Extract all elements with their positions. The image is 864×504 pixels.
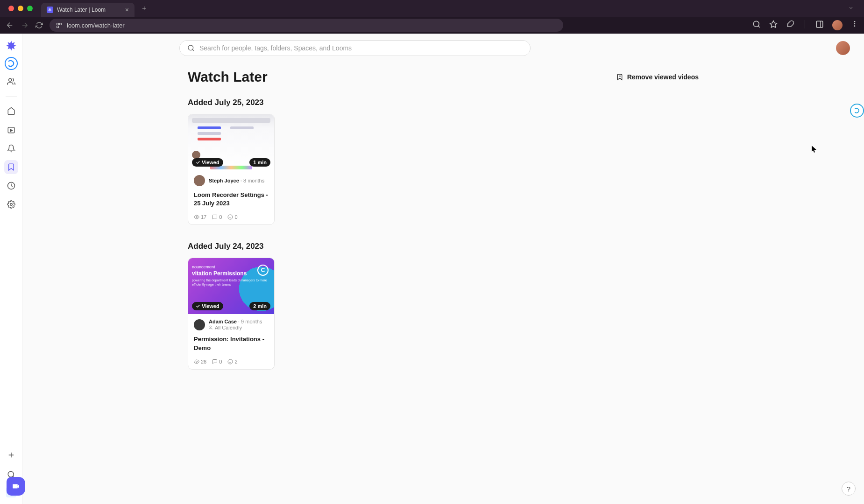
tab-title: Watch Later | Loom (57, 7, 106, 13)
profile-avatar[interactable] (832, 20, 843, 30)
author-avatar[interactable] (194, 175, 205, 186)
comments-stat: 0 (212, 359, 222, 364)
user-avatar[interactable] (836, 41, 850, 55)
library-icon[interactable] (4, 123, 18, 137)
video-title[interactable]: Permission: Invitations - Demo (194, 335, 269, 352)
date-section: Added July 25, 2023 Viewed 1 min (188, 98, 699, 225)
add-icon[interactable] (4, 448, 18, 462)
check-icon (196, 304, 200, 308)
people-icon (209, 325, 213, 330)
loom-logo-icon[interactable] (5, 40, 17, 52)
video-thumbnail[interactable]: nouncement vitation Permissions powering… (188, 258, 274, 314)
views-stat: 26 (194, 359, 206, 364)
video-card[interactable]: Viewed 1 min Steph Joyce · 8 months Loom… (188, 114, 275, 225)
reload-button[interactable] (35, 21, 43, 29)
topbar (22, 34, 864, 63)
minimize-window-icon[interactable] (18, 6, 23, 11)
viewed-badge: Viewed (192, 158, 223, 167)
loom-favicon-icon: ✻ (47, 7, 53, 13)
author-name: Steph Joyce (209, 178, 239, 183)
back-button[interactable] (6, 21, 14, 29)
zoom-icon[interactable] (752, 20, 761, 28)
svg-point-20 (210, 326, 211, 328)
author-name: Adam Case (209, 319, 237, 324)
remove-viewed-button[interactable]: Remove viewed videos (616, 73, 699, 81)
new-tab-button[interactable]: + (138, 4, 150, 13)
views-stat: 17 (194, 214, 206, 220)
sidepanel-icon[interactable] (815, 20, 824, 28)
reactions-stat: 0 (227, 214, 237, 220)
url-bar: loom.com/watch-later (0, 17, 864, 34)
svg-point-3 (753, 21, 759, 27)
video-card[interactable]: nouncement vitation Permissions powering… (188, 258, 275, 369)
svg-point-16 (188, 45, 193, 50)
check-icon (196, 160, 200, 165)
remove-viewed-label: Remove viewed videos (627, 73, 699, 81)
settings-icon[interactable] (4, 197, 18, 211)
svg-rect-0 (57, 23, 59, 25)
address-bar[interactable]: loom.com/watch-later (50, 19, 563, 32)
svg-point-19 (228, 215, 233, 219)
page-title: Watch Later (188, 69, 268, 85)
search-icon (187, 44, 195, 52)
search-input[interactable] (199, 44, 523, 52)
smile-icon (227, 214, 233, 220)
svg-point-6 (854, 21, 856, 22)
duration-badge: 1 min (249, 158, 270, 167)
bookmark-remove-icon (616, 73, 623, 81)
menu-icon[interactable] (851, 20, 858, 28)
window-controls[interactable] (4, 6, 37, 11)
main: Watch Later Remove viewed videos Added J… (22, 34, 864, 504)
history-icon[interactable] (4, 179, 18, 193)
calendly-icon[interactable] (5, 57, 18, 70)
close-window-icon[interactable] (8, 6, 14, 11)
site-settings-icon[interactable] (56, 22, 62, 28)
time-ago: 8 months (243, 178, 264, 183)
browser-chrome: ✻ Watch Later | Loom × + loom.com/watch-… (0, 0, 864, 34)
url-text: loom.com/watch-later (67, 22, 125, 29)
svg-rect-1 (60, 23, 62, 25)
home-icon[interactable] (4, 104, 18, 118)
eye-icon (194, 214, 199, 220)
shared-with: All Calendly (215, 325, 242, 330)
section-header: Added July 24, 2023 (188, 242, 699, 251)
tab-close-icon[interactable]: × (125, 6, 129, 14)
video-camera-icon (12, 482, 20, 490)
date-section: Added July 24, 2023 nouncement vitation … (188, 242, 699, 369)
tabs-dropdown-icon[interactable] (842, 4, 860, 13)
svg-point-21 (196, 361, 198, 362)
svg-point-18 (196, 217, 198, 218)
tab-bar: ✻ Watch Later | Loom × + (0, 0, 864, 17)
comment-icon (212, 214, 218, 220)
svg-point-15 (8, 471, 14, 477)
video-thumbnail[interactable]: Viewed 1 min (188, 114, 274, 170)
viewed-badge: Viewed (192, 302, 223, 310)
comment-icon (212, 359, 218, 364)
svg-point-22 (228, 359, 233, 364)
comments-stat: 0 (212, 214, 222, 220)
svg-point-7 (854, 23, 856, 25)
bookmark-star-icon[interactable] (769, 20, 778, 28)
video-title[interactable]: Loom Recorder Settings - 25 July 2023 (194, 191, 269, 208)
people-icon[interactable] (4, 75, 18, 89)
record-button[interactable] (7, 477, 25, 496)
eye-icon (194, 359, 199, 364)
calendly-side-badge[interactable] (850, 104, 864, 118)
help-button[interactable]: ? (842, 482, 856, 496)
search-box[interactable] (179, 40, 531, 56)
extensions-icon[interactable] (786, 20, 794, 28)
svg-point-8 (854, 25, 856, 27)
time-ago: 9 months (241, 319, 262, 324)
browser-tab[interactable]: ✻ Watch Later | Loom × (41, 3, 135, 17)
sidebar: A (0, 34, 22, 504)
section-header: Added July 25, 2023 (188, 98, 699, 107)
duration-badge: 2 min (249, 302, 270, 310)
maximize-window-icon[interactable] (27, 6, 33, 11)
svg-rect-4 (816, 21, 823, 28)
svg-point-12 (10, 203, 12, 206)
forward-button[interactable] (21, 21, 29, 29)
watch-later-icon[interactable] (4, 160, 18, 174)
notifications-icon[interactable] (4, 141, 18, 155)
smile-icon (227, 359, 233, 364)
author-avatar[interactable] (194, 319, 205, 330)
